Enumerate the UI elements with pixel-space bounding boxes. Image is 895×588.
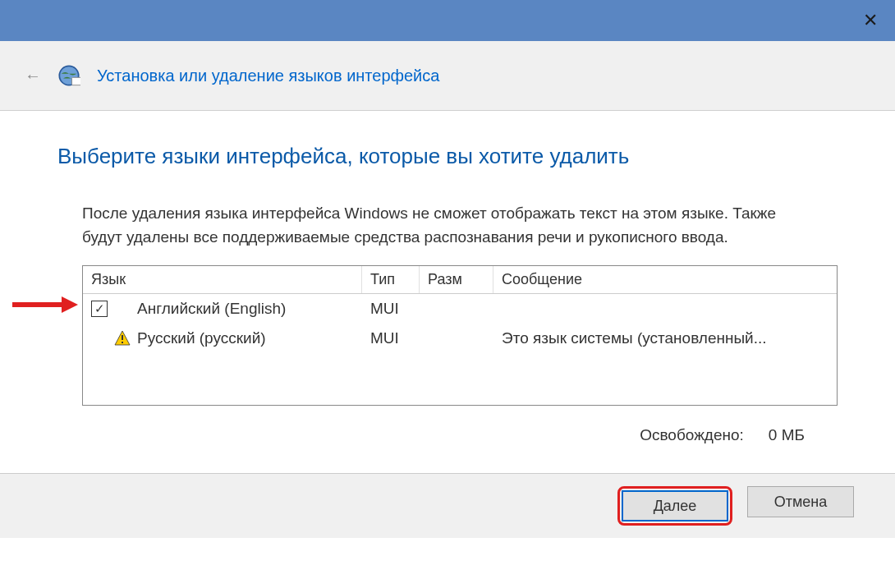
language-table: Язык Тип Разм Сообщение ✓ Английский (En…	[82, 265, 838, 406]
warning-icon	[114, 330, 131, 347]
cancel-button[interactable]: Отмена	[747, 486, 854, 517]
column-language[interactable]: Язык	[83, 266, 362, 293]
svg-rect-1	[72, 77, 81, 85]
lang-message: Это язык системы (установленный...	[493, 328, 837, 349]
lang-message	[493, 307, 837, 310]
svg-marker-3	[62, 296, 78, 313]
annotation-highlight: Далее	[617, 486, 732, 526]
svg-rect-5	[122, 335, 123, 340]
table-row[interactable]: Русский (русский) MUI Это язык системы (…	[83, 324, 837, 353]
table-header: Язык Тип Разм Сообщение	[83, 266, 837, 294]
titlebar: ✕	[0, 0, 895, 41]
wizard-title: Установка или удаление языков интерфейса	[97, 67, 439, 85]
column-size[interactable]: Разм	[420, 266, 493, 293]
close-button[interactable]: ✕	[846, 0, 895, 41]
freed-value: 0 МБ	[769, 426, 805, 444]
lang-name: Английский (English)	[137, 300, 286, 318]
description-text: После удаления языка интерфейса Windows …	[57, 202, 838, 249]
table-row[interactable]: ✓ Английский (English) MUI	[83, 294, 837, 324]
lang-name: Русский (русский)	[137, 329, 266, 347]
back-arrow-icon[interactable]: ←	[25, 67, 41, 85]
lang-type: MUI	[362, 298, 420, 319]
wizard-header: ← Установка или удаление языков интерфей…	[0, 41, 895, 111]
column-type[interactable]: Тип	[362, 266, 420, 293]
lang-type: MUI	[362, 328, 420, 349]
checkbox-english[interactable]: ✓	[91, 301, 108, 317]
svg-rect-6	[122, 342, 123, 343]
table-body: ✓ Английский (English) MUI	[83, 294, 837, 405]
column-message[interactable]: Сообщение	[493, 266, 837, 293]
lang-size	[420, 337, 493, 340]
button-bar: Далее Отмена	[0, 473, 895, 538]
status-row: Освобождено: 0 МБ	[57, 406, 838, 457]
page-heading: Выберите языки интерфейса, которые вы хо…	[57, 144, 838, 169]
lang-size	[420, 307, 493, 310]
globe-icon	[57, 64, 80, 87]
annotation-arrow-icon	[12, 296, 78, 313]
next-button[interactable]: Далее	[622, 490, 728, 521]
freed-label: Освобождено:	[640, 426, 744, 444]
content-area: Выберите языки интерфейса, которые вы хо…	[0, 111, 895, 473]
